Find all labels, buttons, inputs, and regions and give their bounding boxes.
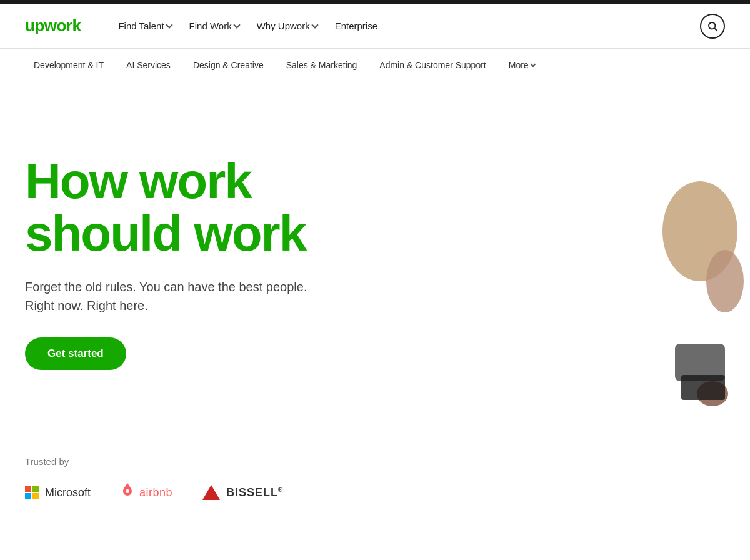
bissell-triangle: [202, 485, 220, 500]
get-started-button[interactable]: Get started: [25, 338, 126, 370]
sec-nav-dev-it[interactable]: Development & IT: [25, 56, 112, 74]
hero-title: How workshould work: [25, 155, 450, 260]
sec-nav-sales-marketing[interactable]: Sales & Marketing: [278, 56, 366, 74]
microsoft-name: Microsoft: [45, 486, 91, 499]
nav-why-upwork-label: Why Upwork: [257, 21, 310, 31]
secondary-navigation: Development & IT AI Services Design & Cr…: [0, 49, 750, 81]
nav-links: Find Talent Find Work Why Upwork Enterpr…: [111, 16, 700, 36]
bissell-icon: [202, 485, 220, 500]
chevron-down-icon: [311, 21, 318, 28]
bissell-logo: BISSELL®: [202, 485, 283, 500]
hero-content: How workshould work Forget the old rules…: [25, 155, 450, 370]
trusted-logos: Microsoft airbnb BISSELL®: [25, 482, 725, 503]
ms-square-blue: [25, 493, 31, 499]
registered-mark: ®: [278, 486, 283, 493]
sec-nav-admin-support[interactable]: Admin & Customer Support: [371, 56, 494, 74]
ms-square-green: [32, 486, 39, 492]
nav-find-talent[interactable]: Find Talent: [111, 16, 179, 36]
svg-rect-5: [675, 344, 725, 381]
microsoft-icon: [25, 486, 39, 499]
hero-illustration: [488, 106, 750, 419]
hero-section: How workshould work Forget the old rules…: [0, 81, 750, 431]
chevron-down-icon: [530, 61, 535, 66]
ms-square-yellow: [32, 493, 39, 499]
nav-find-talent-label: Find Talent: [118, 21, 164, 31]
sec-nav-ai-services[interactable]: AI Services: [118, 56, 179, 74]
airbnb-logo: airbnb: [121, 482, 172, 503]
nav-find-work-label: Find Work: [189, 21, 232, 31]
airbnb-icon: [121, 482, 134, 503]
nav-find-work[interactable]: Find Work: [182, 16, 247, 36]
logo-text: upwork: [25, 16, 81, 36]
svg-point-2: [662, 181, 738, 281]
trusted-section: Trusted by Microsoft airbnb: [0, 431, 750, 541]
svg-point-7: [126, 489, 129, 493]
sec-nav-design-creative[interactable]: Design & Creative: [184, 56, 272, 74]
search-button[interactable]: [700, 14, 725, 39]
chevron-down-icon: [233, 21, 240, 28]
nav-why-upwork[interactable]: Why Upwork: [249, 16, 325, 36]
svg-point-4: [697, 381, 728, 406]
upwork-logo[interactable]: upwork: [25, 16, 81, 36]
svg-point-0: [709, 22, 716, 29]
nav-enterprise[interactable]: Enterprise: [328, 16, 385, 36]
main-navigation: upwork Find Talent Find Work Why Upwork …: [0, 4, 750, 49]
trusted-label: Trusted by: [25, 456, 725, 467]
svg-point-3: [706, 250, 744, 312]
sec-nav-more[interactable]: More: [500, 56, 544, 74]
search-icon: [707, 21, 718, 32]
svg-rect-6: [681, 375, 725, 400]
nav-enterprise-label: Enterprise: [335, 21, 378, 31]
bissell-name: BISSELL®: [226, 486, 283, 499]
svg-line-1: [715, 28, 718, 31]
chevron-down-icon: [166, 21, 172, 28]
microsoft-logo: Microsoft: [25, 486, 91, 499]
hero-subtitle: Forget the old rules. You can have the b…: [25, 278, 450, 315]
airbnb-name: airbnb: [139, 486, 172, 499]
nav-right: [700, 14, 725, 39]
ms-square-red: [25, 486, 31, 492]
